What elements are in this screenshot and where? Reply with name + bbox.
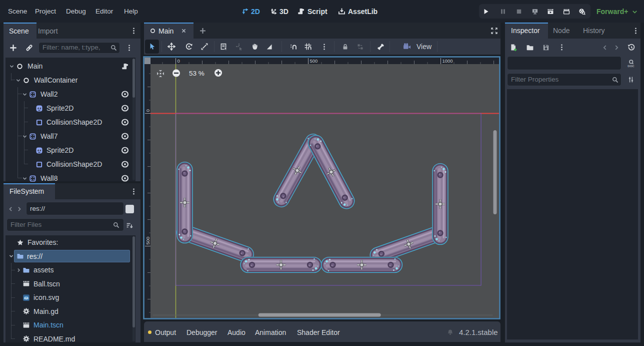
- svg-text:500: 500: [310, 58, 318, 64]
- svg-text:1000: 1000: [442, 58, 453, 64]
- svg-text:0: 0: [145, 109, 150, 112]
- svg-text:53 %: 53 %: [189, 70, 204, 77]
- svg-text:DOC: DOC: [628, 65, 634, 68]
- svg-text:500: 500: [145, 237, 150, 245]
- svg-text:0: 0: [178, 58, 180, 64]
